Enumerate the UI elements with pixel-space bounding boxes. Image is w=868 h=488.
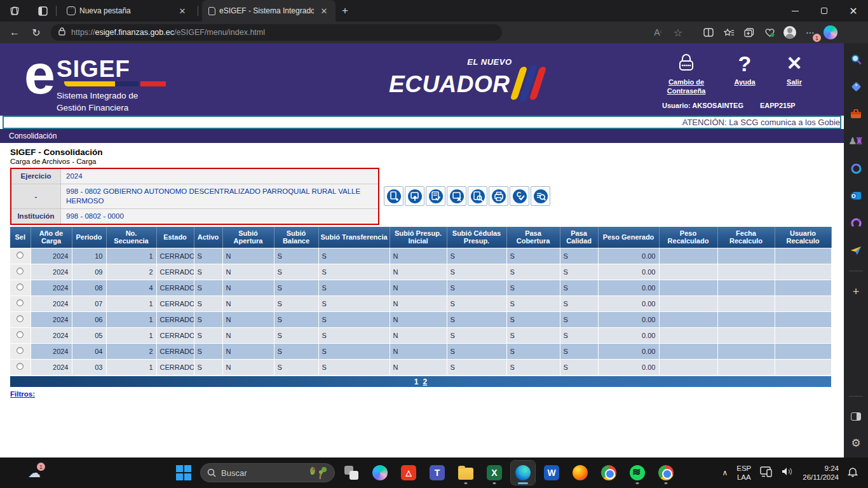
sidebar-settings-icon[interactable]: ⚙ xyxy=(849,436,863,450)
view-detail-button[interactable] xyxy=(468,186,487,206)
edge-sidebar: ♟♜ + ⚙ xyxy=(844,43,868,458)
chrome-app[interactable] xyxy=(597,461,621,485)
excel-app[interactable]: X xyxy=(482,461,506,485)
sidebar-drop-icon[interactable] xyxy=(849,243,863,257)
page-number-link[interactable]: 2 xyxy=(423,377,428,386)
tray-chevron-icon[interactable]: ∧ xyxy=(722,468,728,477)
column-header: Subió Cédulas Presup. xyxy=(447,227,506,248)
read-aloud-icon[interactable]: A⁾ xyxy=(648,24,667,41)
edge-app[interactable] xyxy=(511,461,535,485)
table-cell: S xyxy=(318,359,390,375)
approve-quality-button[interactable]: C xyxy=(510,186,529,206)
column-header: Peso Generado xyxy=(598,227,659,248)
task-view-button[interactable] xyxy=(339,461,363,485)
language-indicator[interactable]: ESPLAA xyxy=(736,464,751,482)
page-favicon xyxy=(208,7,215,15)
row-select-radio[interactable] xyxy=(17,268,24,274)
form-row: - 998 - 0802 GOBIERNO AUTONOMO DESCENTRA… xyxy=(11,184,378,209)
browser-essentials-icon[interactable] xyxy=(760,24,779,41)
word-app[interactable]: W xyxy=(539,461,564,485)
esigef-header: e SIGEF Sistema Integrado de Gestión Fin… xyxy=(0,43,844,116)
profile-avatar[interactable] xyxy=(780,24,799,41)
ecuador-logo-main: ECUADOR xyxy=(389,73,510,96)
volume-icon[interactable] xyxy=(782,466,794,479)
filters-link[interactable]: Filtros: xyxy=(10,390,35,398)
row-select-radio[interactable] xyxy=(17,331,24,338)
row-select-radio[interactable] xyxy=(17,252,24,259)
chrome-profile-app[interactable] xyxy=(654,461,678,485)
workspaces-icon[interactable] xyxy=(5,3,24,19)
help-button[interactable]: ? Ayuda xyxy=(728,52,761,96)
table-cell: 1 xyxy=(106,295,156,311)
close-tab-icon[interactable]: ✕ xyxy=(319,6,329,16)
table-cell xyxy=(775,327,831,343)
sidebar-search-icon[interactable] xyxy=(849,52,863,66)
delete-file-button[interactable] xyxy=(447,186,466,206)
collections-icon[interactable] xyxy=(740,24,759,41)
refresh-button[interactable]: ↻ xyxy=(25,27,47,39)
upload-file-button[interactable] xyxy=(405,186,424,206)
sidebar-panel-icon[interactable] xyxy=(849,409,863,423)
table-cell: N xyxy=(390,343,447,359)
copilot-icon[interactable] xyxy=(821,24,840,41)
taskbar-search[interactable]: Buscar xyxy=(200,463,335,482)
file-explorer-app[interactable] xyxy=(454,461,478,485)
new-record-button[interactable] xyxy=(384,186,403,206)
teams-app[interactable]: T xyxy=(425,461,449,485)
table-cell: 0.00 xyxy=(598,248,659,264)
close-tab-icon[interactable]: ✕ xyxy=(177,6,187,16)
favorite-star-icon[interactable]: ☆ xyxy=(668,24,688,41)
validate-file-button[interactable] xyxy=(426,186,445,206)
sidebar-clipchamp-icon[interactable] xyxy=(849,216,863,230)
table-cell: S xyxy=(194,311,222,327)
maximize-button[interactable] xyxy=(810,0,839,22)
clock[interactable]: 9:2426/11/2024 xyxy=(803,464,839,482)
row-select-radio[interactable] xyxy=(17,363,24,370)
address-bar[interactable]: https://esigef.finanzas.gob.ec/eSIGEF/me… xyxy=(51,24,502,41)
row-select-radio[interactable] xyxy=(17,283,24,290)
firefox-app[interactable] xyxy=(568,461,592,485)
table-cell: 0.00 xyxy=(598,359,659,375)
sidebar-outlook-icon[interactable] xyxy=(849,189,863,203)
settings-more-icon[interactable]: ⋯ 1 xyxy=(801,24,820,41)
sidebar-tools-icon[interactable] xyxy=(849,107,863,121)
acrobat-app[interactable]: △ xyxy=(397,461,421,485)
table-cell: S xyxy=(447,280,506,295)
print-button[interactable] xyxy=(489,186,508,206)
widgets-button[interactable]: ☁ 1 xyxy=(28,465,41,480)
consult-button[interactable] xyxy=(531,186,550,206)
sidebar-microsoft365-icon[interactable] xyxy=(849,161,863,175)
sidebar-shopping-icon[interactable] xyxy=(849,79,863,93)
sidebar-add-icon[interactable]: + xyxy=(849,285,863,299)
row-select-radio[interactable] xyxy=(17,299,24,306)
table-cell: 2024 xyxy=(31,327,72,343)
tab-actions-icon[interactable] xyxy=(33,3,52,19)
tab-nueva-pestana[interactable]: Nueva pestaña ✕ xyxy=(60,0,194,22)
new-tab-button[interactable]: + xyxy=(342,4,348,17)
close-window-button[interactable]: ✕ xyxy=(839,0,868,22)
row-select-radio[interactable] xyxy=(17,347,24,354)
cast-icon[interactable] xyxy=(760,466,773,480)
pagination-bar: 1 2 xyxy=(10,376,831,387)
notification-bell-icon[interactable] xyxy=(848,466,858,480)
table-cell xyxy=(717,327,775,343)
spotify-app[interactable] xyxy=(625,461,649,485)
breadcrumb[interactable]: Consolidación xyxy=(9,132,57,140)
institucion-value: 998 - 0802 - 0000 xyxy=(61,209,378,224)
lock-icon[interactable] xyxy=(58,27,65,37)
back-button[interactable]: ← xyxy=(4,27,25,38)
select-cell xyxy=(10,359,31,375)
split-screen-icon[interactable] xyxy=(699,24,718,41)
page-content: e SIGEF Sistema Integrado de Gestión Fin… xyxy=(0,43,844,458)
tab-esigef[interactable]: eSIGEF - Sistema Integrado de G ✕ xyxy=(202,0,336,22)
widget-badge: 1 xyxy=(37,463,45,471)
copilot-app[interactable] xyxy=(368,461,392,485)
change-password-button[interactable]: Cambio de Contraseña xyxy=(661,52,712,96)
sidebar-games-icon[interactable]: ♟♜ xyxy=(849,134,863,148)
logout-button[interactable]: ✕ Salir xyxy=(778,52,811,96)
table-cell: CERRADO xyxy=(156,264,194,280)
favorites-hub-icon[interactable] xyxy=(719,24,738,41)
start-button[interactable] xyxy=(172,461,196,485)
minimize-button[interactable] xyxy=(780,0,810,22)
row-select-radio[interactable] xyxy=(17,315,24,322)
